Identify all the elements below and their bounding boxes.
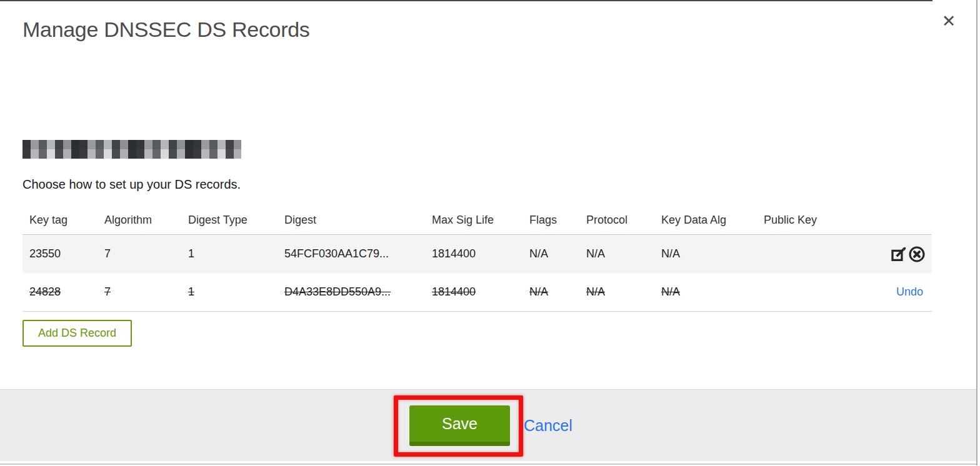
cell-digest-type: 1: [188, 235, 284, 274]
cell-digest-type: 1: [188, 273, 284, 312]
instruction-text: Choose how to set up your DS records.: [22, 177, 241, 192]
save-button[interactable]: Save: [409, 405, 510, 446]
cell-max-sig-life: 1814400: [432, 235, 529, 274]
column-header-max-sig-life: Max Sig Life: [432, 206, 529, 235]
row-actions: [872, 235, 932, 274]
column-header-public-key: Public Key: [764, 206, 872, 235]
cell-protocol: N/A: [586, 273, 661, 312]
column-header-actions: [872, 206, 932, 235]
edit-record-icon[interactable]: [890, 245, 908, 263]
column-header-digest-type: Digest Type: [188, 206, 284, 235]
table-row-deleted: 24828 7 1 D4A33E8DD550A9... 1814400 N/A …: [22, 273, 932, 312]
cell-key-tag: 24828: [22, 273, 104, 312]
cell-digest: 54FCF030AA1C79...: [284, 235, 432, 274]
cell-public-key: [764, 273, 872, 312]
column-header-flags: Flags: [529, 206, 586, 235]
column-header-protocol: Protocol: [586, 206, 661, 235]
column-header-algorithm: Algorithm: [104, 206, 188, 235]
window-top-edge: [0, 0, 932, 1]
modal-footer: Save Cancel: [0, 389, 976, 461]
page-title: Manage DNSSEC DS Records: [22, 17, 310, 42]
undo-link[interactable]: Undo: [896, 285, 926, 298]
cancel-link[interactable]: Cancel: [524, 417, 572, 435]
cell-protocol: N/A: [586, 235, 661, 274]
cell-algorithm: 7: [104, 235, 188, 274]
close-icon[interactable]: ✕: [936, 9, 961, 34]
table-row: 23550 7 1 54FCF030AA1C79... 1814400 N/A …: [22, 235, 932, 274]
cell-digest: D4A33E8DD550A9...: [284, 273, 432, 312]
table-header-row: Key tag Algorithm Digest Type Digest Max…: [22, 206, 932, 235]
redacted-domain-name: [22, 140, 241, 159]
cell-flags: N/A: [529, 273, 586, 312]
column-header-digest: Digest: [284, 206, 432, 235]
cell-key-tag: 23550: [22, 235, 104, 274]
window-right-edge: [976, 0, 978, 465]
cell-flags: N/A: [529, 235, 586, 274]
cell-key-data-alg: N/A: [661, 273, 764, 312]
add-ds-record-button[interactable]: Add DS Record: [22, 320, 132, 347]
cell-max-sig-life: 1814400: [432, 273, 529, 312]
window-bottom-edge: [0, 464, 976, 465]
delete-record-icon[interactable]: [908, 245, 926, 263]
ds-records-table: Key tag Algorithm Digest Type Digest Max…: [22, 206, 932, 312]
cell-key-data-alg: N/A: [661, 235, 764, 274]
row-actions: Undo: [872, 273, 932, 312]
column-header-key-data-alg: Key Data Alg: [661, 206, 764, 235]
column-header-key-tag: Key tag: [22, 206, 104, 235]
cell-algorithm: 7: [104, 273, 188, 312]
cell-public-key: [764, 235, 872, 274]
